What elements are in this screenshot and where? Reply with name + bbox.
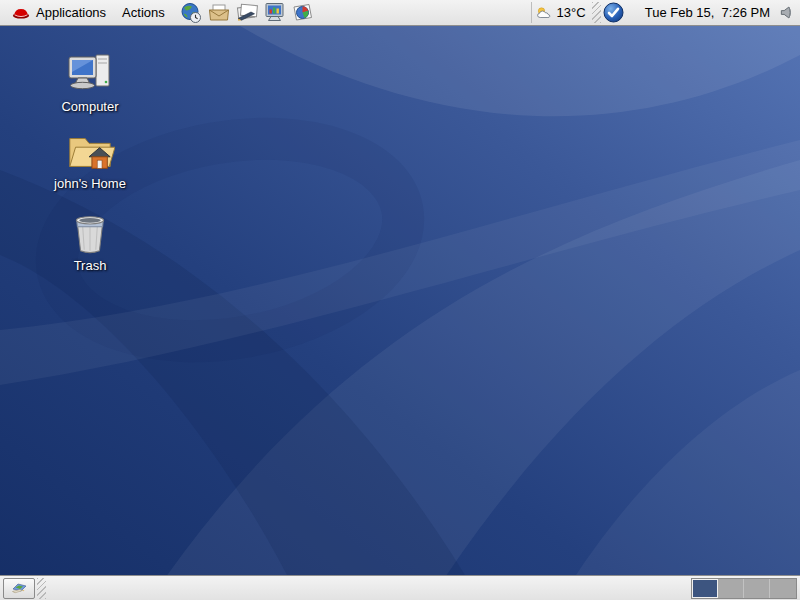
update-check-icon	[603, 2, 624, 23]
spreadsheet-pie-icon	[291, 3, 314, 22]
clock-text: Tue Feb 15, 7:26 PM	[645, 5, 770, 20]
applications-menu[interactable]: Applications	[4, 0, 114, 25]
top-panel: Applications Actions	[0, 0, 800, 26]
desktop-icon-trash[interactable]: Trash	[30, 213, 150, 273]
volume-speaker-icon	[779, 5, 794, 20]
weather-applet[interactable]: 13°C	[531, 2, 589, 23]
workspace-4[interactable]	[770, 579, 796, 598]
bottom-panel	[0, 575, 800, 600]
applet-drag-handle[interactable]	[592, 2, 601, 23]
weather-temperature: 13°C	[556, 5, 585, 20]
volume-applet[interactable]	[776, 3, 796, 23]
desktop-icon-label: Computer	[61, 99, 118, 114]
word-processor-launcher[interactable]	[235, 1, 259, 25]
show-desktop-icon	[11, 581, 28, 595]
tasklist-drag-handle[interactable]	[37, 578, 46, 599]
trash-can-icon	[71, 213, 109, 255]
workspace-switcher	[691, 578, 797, 599]
show-desktop-button[interactable]	[3, 578, 35, 599]
actions-menu[interactable]: Actions	[114, 0, 173, 25]
update-notifier-applet[interactable]	[603, 2, 625, 24]
web-browser-icon	[180, 2, 202, 24]
launcher-bar	[179, 1, 315, 25]
home-folder-icon	[65, 131, 115, 173]
email-icon	[208, 3, 230, 23]
desktop-icon-label: john's Home	[54, 176, 126, 191]
workspace-1-active[interactable]	[692, 579, 718, 598]
applications-menu-label: Applications	[36, 5, 106, 20]
redhat-logo-icon	[12, 6, 30, 19]
presentation-launcher[interactable]	[263, 1, 287, 25]
clock-applet[interactable]: Tue Feb 15, 7:26 PM	[625, 0, 776, 35]
desktop-icon-label: Trash	[74, 258, 107, 273]
workspace-2[interactable]	[718, 579, 744, 598]
actions-menu-label: Actions	[122, 5, 165, 20]
spreadsheet-launcher[interactable]	[291, 1, 315, 25]
desktop-icon-computer[interactable]: Computer	[30, 52, 150, 114]
workspace-3[interactable]	[744, 579, 770, 598]
presentation-icon	[264, 2, 286, 23]
email-launcher[interactable]	[207, 1, 231, 25]
web-browser-launcher[interactable]	[179, 1, 203, 25]
writer-icon	[235, 3, 259, 23]
desktop-icon-home[interactable]: john's Home	[30, 131, 150, 191]
weather-cloud-icon	[536, 6, 554, 20]
computer-icon	[66, 52, 114, 96]
